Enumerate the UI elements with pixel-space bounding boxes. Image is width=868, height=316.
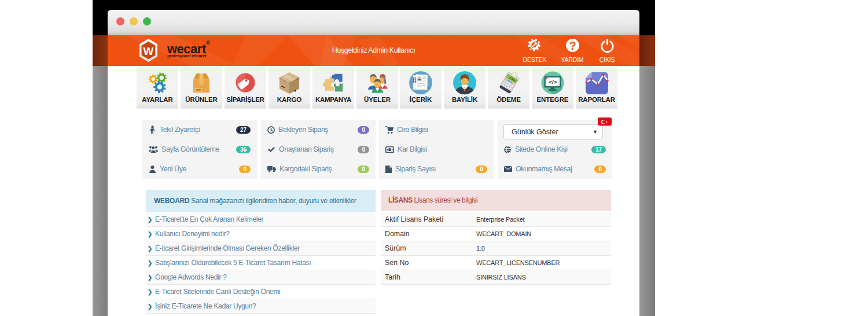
svg-text:?: ? — [569, 39, 576, 52]
svg-text:</>: </> — [549, 79, 557, 85]
